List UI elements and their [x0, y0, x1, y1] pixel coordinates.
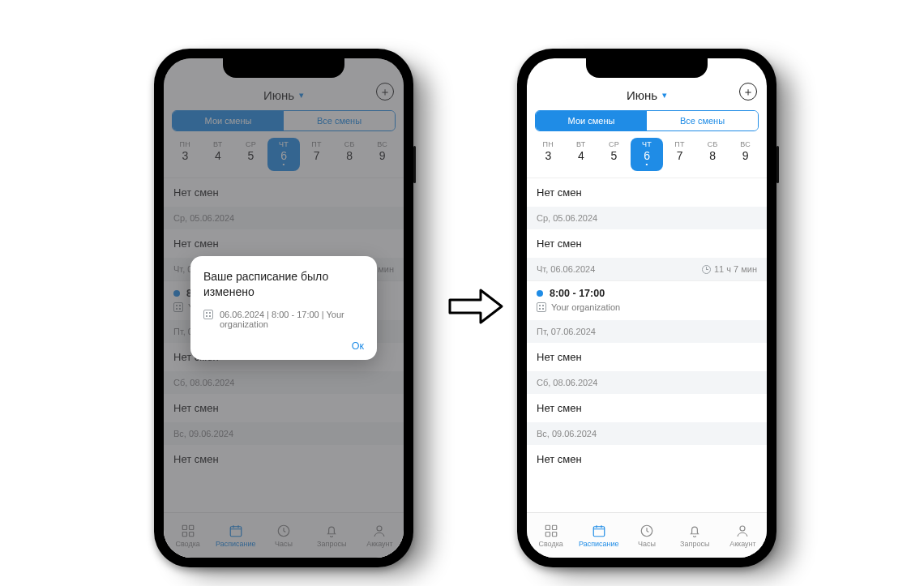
date-header-thu: Чт, 06.06.2024 11 ч 7 мин: [527, 258, 767, 280]
day-sun[interactable]: ВС9•: [729, 138, 762, 171]
day-mon[interactable]: ПН3•: [532, 138, 565, 171]
dialog-body: 06.06.2024 | 8:00 - 17:00 | Your organiz…: [203, 310, 364, 329]
tab-requests[interactable]: Запросы: [671, 513, 719, 558]
clock-icon: [702, 265, 711, 274]
date-header-fri: Пт, 07.06.2024: [527, 320, 767, 343]
calendar-icon: [592, 524, 606, 538]
day-wed[interactable]: СР5•: [597, 138, 631, 171]
segment-my-shifts[interactable]: Мои смены: [536, 111, 647, 130]
phone-mockup-after: Июнь ▾ ＋ Мои смены Все смены ПН3• ВТ4• С…: [517, 49, 776, 567]
phone-mockup-before: Июнь ▾ ＋ Мои смены Все смены ПН3• ВТ4• С…: [154, 49, 413, 567]
shift-item[interactable]: 8:00 - 17:00 Your organization: [527, 280, 767, 320]
transition-arrow-icon: [448, 285, 505, 327]
week-strip: ПН3• ВТ4• СР5• ЧТ6• ПТ7• СБ8• ВС9•: [527, 138, 767, 178]
schedule-list: Нет смен Ср, 05.06.2024 Нет смен Чт, 06.…: [527, 178, 767, 473]
building-icon: [537, 302, 546, 312]
schedule-changed-dialog: Ваше расписание было изменено 06.06.2024…: [190, 256, 377, 360]
screen-before: Июнь ▾ ＋ Мои смены Все смены ПН3• ВТ4• С…: [164, 58, 404, 558]
tab-summary[interactable]: Сводка: [527, 513, 575, 558]
screen-after: Июнь ▾ ＋ Мои смены Все смены ПН3• ВТ4• С…: [527, 58, 767, 558]
svg-rect-10: [552, 532, 556, 536]
svg-rect-8: [552, 525, 556, 529]
tab-schedule[interactable]: Расписание: [575, 513, 622, 558]
tab-hours[interactable]: Часы: [622, 513, 670, 558]
grid-icon: [544, 524, 558, 538]
day-thu[interactable]: ЧТ6•: [631, 138, 664, 171]
day-sat[interactable]: СБ8•: [696, 138, 729, 171]
tab-bar: Сводка Расписание Часы Запросы Аккаунт: [527, 512, 767, 558]
no-shifts-row: Нет смен: [527, 343, 767, 371]
clock-icon: [640, 524, 654, 538]
add-button[interactable]: ＋: [739, 83, 757, 101]
modal-overlay[interactable]: Ваше расписание было изменено 06.06.2024…: [164, 58, 404, 558]
segmented-control: Мои смены Все смены: [527, 105, 767, 138]
dialog-ok-button[interactable]: Ок: [352, 340, 364, 352]
phone-notch: [586, 58, 708, 78]
day-tue[interactable]: ВТ4•: [565, 138, 598, 171]
shift-dot-icon: •: [631, 162, 664, 167]
chevron-down-icon: ▾: [662, 90, 667, 101]
svg-rect-9: [545, 532, 550, 536]
building-icon: [203, 310, 213, 319]
segment-all-shifts[interactable]: Все смены: [647, 111, 758, 130]
svg-point-13: [740, 526, 745, 531]
svg-rect-7: [545, 525, 550, 529]
svg-rect-11: [593, 526, 605, 536]
shift-bullet-icon: [537, 290, 543, 297]
dialog-title: Ваше расписание было изменено: [203, 269, 364, 300]
bell-icon: [687, 524, 702, 538]
date-header-sun: Вс, 09.06.2024: [527, 422, 767, 445]
date-header-sat: Сб, 08.06.2024: [527, 371, 767, 394]
no-shifts-row: Нет смен: [527, 394, 767, 422]
no-shifts-row: Нет смен: [527, 178, 767, 207]
plus-icon: ＋: [742, 86, 754, 97]
no-shifts-row: Нет смен: [527, 445, 767, 473]
month-picker[interactable]: Июнь ▾: [627, 88, 667, 102]
day-fri[interactable]: ПТ7•: [663, 138, 696, 171]
month-label: Июнь: [627, 88, 657, 102]
no-shifts-row: Нет смен: [527, 229, 767, 258]
date-header-wed: Ср, 05.06.2024: [527, 207, 767, 229]
phone-notch: [223, 58, 344, 78]
tab-account[interactable]: Аккаунт: [719, 513, 767, 558]
user-icon: [735, 524, 750, 538]
